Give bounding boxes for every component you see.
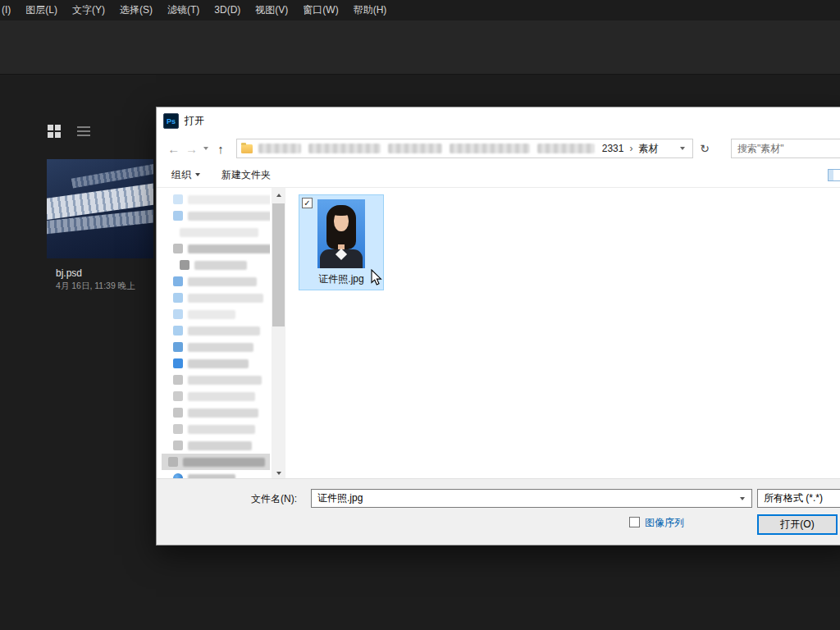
tree-item[interactable] bbox=[162, 339, 270, 355]
search-placeholder: 搜索"素材" bbox=[737, 142, 784, 156]
redacted-label bbox=[188, 277, 257, 286]
scroll-up-button[interactable] bbox=[272, 188, 285, 202]
grid-view-icon[interactable] bbox=[48, 125, 61, 138]
history-dropdown-icon[interactable] bbox=[200, 147, 212, 150]
redacted-label bbox=[188, 244, 270, 253]
folder-icon bbox=[173, 441, 183, 450]
open-button[interactable]: 打开(O) bbox=[757, 514, 838, 535]
tree-item[interactable] bbox=[162, 388, 270, 404]
format-combobox[interactable]: 所有格式 (*.*) bbox=[757, 489, 840, 508]
redacted-path-segment bbox=[388, 144, 442, 153]
search-box[interactable]: 搜索"素材" bbox=[731, 139, 840, 158]
menu-item[interactable]: 选择(S) bbox=[112, 0, 160, 21]
folder-icon bbox=[173, 408, 183, 418]
options-bar bbox=[0, 21, 840, 75]
filename-dropdown-icon bbox=[740, 497, 745, 500]
recent-file-card[interactable]: bj.psd 4月 16日, 11:39 晚上 bbox=[47, 159, 153, 292]
tree-item[interactable] bbox=[162, 404, 270, 421]
folder-icon bbox=[173, 424, 183, 434]
redacted-label bbox=[188, 212, 270, 221]
photoshop-icon: Ps bbox=[163, 113, 179, 129]
file-list[interactable]: ✓ 证件照.jpg bbox=[285, 188, 840, 480]
folder-icon bbox=[173, 358, 183, 368]
tree-item[interactable] bbox=[162, 224, 270, 240]
menu-item[interactable]: 窗口(W) bbox=[295, 0, 345, 21]
address-dropdown-icon[interactable] bbox=[680, 147, 685, 150]
folder-icon bbox=[173, 276, 183, 286]
folder-icon bbox=[173, 293, 183, 303]
tree-item[interactable] bbox=[162, 290, 270, 306]
up-button[interactable]: ↑ bbox=[212, 142, 230, 156]
organize-button[interactable]: 组织 bbox=[171, 168, 200, 182]
folder-tree bbox=[162, 191, 270, 478]
dialog-title: 打开 bbox=[185, 114, 204, 128]
new-folder-button[interactable]: 新建文件夹 bbox=[221, 168, 271, 182]
menu-item[interactable]: 图层(L) bbox=[18, 0, 65, 21]
tree-scrollbar[interactable] bbox=[272, 188, 285, 480]
redacted-label bbox=[180, 228, 258, 237]
address-bar[interactable]: 2331 › 素材 bbox=[236, 139, 694, 158]
list-view-icon[interactable] bbox=[77, 126, 90, 136]
scrollbar-thumb[interactable] bbox=[272, 203, 285, 326]
folder-icon bbox=[173, 309, 183, 319]
dialog-titlebar[interactable]: Ps 打开 bbox=[157, 107, 840, 135]
view-toggles bbox=[48, 125, 90, 138]
file-item-selected[interactable]: ✓ 证件照.jpg bbox=[299, 194, 384, 290]
redacted-label bbox=[188, 409, 258, 418]
redacted-label bbox=[188, 294, 263, 303]
forward-button[interactable]: → bbox=[183, 142, 201, 156]
redacted-label bbox=[188, 359, 249, 368]
folder-icon bbox=[180, 260, 189, 270]
tree-item[interactable] bbox=[162, 322, 270, 339]
tree-item[interactable] bbox=[162, 372, 270, 388]
menu-item[interactable]: 文字(Y) bbox=[65, 0, 112, 21]
folder-icon bbox=[173, 391, 183, 401]
breadcrumb-segment[interactable]: 2331 bbox=[602, 143, 624, 154]
image-sequence-label[interactable]: 图像序列 bbox=[645, 516, 684, 530]
tree-item[interactable] bbox=[162, 421, 270, 437]
tree-item[interactable] bbox=[162, 454, 270, 470]
filename-input[interactable]: 证件照.jpg bbox=[311, 489, 752, 508]
tree-item[interactable] bbox=[162, 191, 270, 208]
tree-item[interactable] bbox=[162, 257, 270, 273]
navigation-bar: ← → ↑ 2331 › 素材 ↻ 搜索"素材" bbox=[157, 135, 840, 162]
redacted-path-segment bbox=[450, 144, 530, 153]
menu-bar: (I)图层(L)文字(Y)选择(S)滤镜(T)3D(D)视图(V)窗口(W)帮助… bbox=[0, 0, 840, 21]
menu-item[interactable]: (I) bbox=[0, 0, 18, 21]
folder-icon bbox=[173, 375, 183, 385]
menu-item[interactable]: 滤镜(T) bbox=[160, 0, 207, 21]
filename-label: 文件名(N): bbox=[251, 492, 297, 506]
menu-item[interactable]: 3D(D) bbox=[207, 0, 248, 21]
file-checkbox[interactable]: ✓ bbox=[302, 198, 313, 208]
command-bar: 组织 新建文件夹 bbox=[157, 162, 840, 188]
folder-icon bbox=[173, 194, 183, 204]
menu-item[interactable]: 帮助(H) bbox=[346, 0, 395, 21]
breadcrumb-segment[interactable]: 素材 bbox=[638, 142, 658, 156]
redacted-label bbox=[188, 392, 255, 401]
redacted-label bbox=[194, 261, 247, 270]
redacted-label bbox=[183, 458, 265, 467]
folder-icon bbox=[173, 326, 183, 336]
redacted-label bbox=[188, 310, 235, 319]
redacted-path-segment bbox=[308, 144, 381, 153]
dialog-footer: 文件名(N): 证件照.jpg 所有格式 (*.*) 图像序列 打开(O) bbox=[157, 478, 840, 545]
tree-item[interactable] bbox=[162, 240, 270, 257]
file-name-label: 证件照.jpg bbox=[299, 272, 383, 286]
tree-item[interactable] bbox=[162, 470, 270, 478]
refresh-icon[interactable]: ↻ bbox=[700, 142, 710, 155]
menu-item[interactable]: 视图(V) bbox=[248, 0, 295, 21]
tree-item[interactable] bbox=[162, 306, 270, 322]
tree-item[interactable] bbox=[162, 437, 270, 454]
tree-item[interactable] bbox=[162, 355, 270, 372]
tree-item[interactable] bbox=[162, 273, 270, 290]
redacted-path-segment bbox=[537, 144, 595, 153]
recent-file-thumbnail bbox=[47, 159, 153, 258]
tree-item[interactable] bbox=[162, 208, 270, 224]
redacted-path-segment bbox=[258, 144, 301, 153]
view-mode-icon[interactable] bbox=[828, 169, 840, 181]
image-sequence-checkbox[interactable] bbox=[629, 517, 640, 527]
recent-file-name: bj.psd bbox=[56, 267, 153, 279]
redacted-label bbox=[188, 343, 253, 352]
back-button[interactable]: ← bbox=[165, 142, 183, 156]
folder-icon bbox=[241, 144, 253, 153]
